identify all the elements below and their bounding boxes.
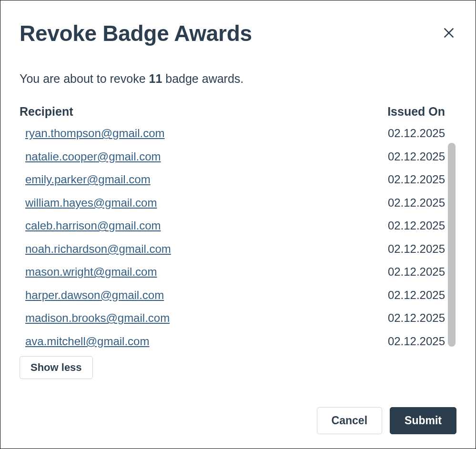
close-button[interactable] — [440, 24, 457, 43]
table-row: madison.brooks@gmail.com02.12.2025 — [20, 307, 445, 330]
table-row: mason.wright@gmail.com02.12.2025 — [20, 260, 445, 284]
recipient-email-link[interactable]: caleb.harrison@gmail.com — [25, 219, 161, 232]
revoke-badge-dialog: Revoke Badge Awards You are about to rev… — [0, 0, 476, 449]
recipient-email-link[interactable]: madison.brooks@gmail.com — [25, 311, 170, 325]
table-row: emily.parker@gmail.com02.12.2025 — [20, 168, 445, 191]
recipient-email-link[interactable]: natalie.cooper@gmail.com — [25, 150, 161, 163]
issued-date: 02.12.2025 — [388, 242, 445, 256]
recipient-list[interactable]: ryan.thompson@gmail.com02.12.2025natalie… — [20, 122, 456, 351]
issued-date: 02.12.2025 — [388, 289, 445, 302]
header-recipient: Recipient — [20, 105, 73, 119]
table-row: ava.mitchell@gmail.com02.12.2025 — [20, 330, 445, 352]
recipient-email-link[interactable]: ava.mitchell@gmail.com — [25, 335, 149, 348]
table-row: caleb.harrison@gmail.com02.12.2025 — [20, 214, 445, 238]
issued-date: 02.12.2025 — [388, 311, 445, 325]
issued-date: 02.12.2025 — [388, 196, 445, 210]
dialog-title: Revoke Badge Awards — [20, 20, 252, 46]
close-icon — [442, 26, 456, 40]
issued-date: 02.12.2025 — [388, 335, 445, 348]
dialog-body: You are about to revoke 11 badge awards.… — [0, 46, 476, 391]
issued-date: 02.12.2025 — [388, 127, 445, 140]
table-row: noah.richardson@gmail.com02.12.2025 — [20, 238, 445, 261]
table-row: harper.dawson@gmail.com02.12.2025 — [20, 284, 445, 307]
cancel-button[interactable]: Cancel — [317, 407, 382, 434]
table-row: william.hayes@gmail.com02.12.2025 — [20, 191, 445, 215]
recipient-list-wrapper: ryan.thompson@gmail.com02.12.2025natalie… — [20, 122, 456, 351]
show-less-container: Show less — [20, 356, 456, 379]
issued-date: 02.12.2025 — [388, 219, 445, 232]
header-issued-on: Issued On — [387, 105, 445, 119]
recipient-email-link[interactable]: emily.parker@gmail.com — [25, 173, 151, 186]
issued-date: 02.12.2025 — [388, 150, 445, 163]
issued-date: 02.12.2025 — [388, 173, 445, 186]
confirm-suffix: badge awards. — [162, 72, 243, 85]
dialog-header: Revoke Badge Awards — [0, 0, 476, 46]
confirm-count: 11 — [149, 72, 162, 85]
table-row: ryan.thompson@gmail.com02.12.2025 — [20, 122, 445, 145]
dialog-footer: Cancel Submit — [0, 407, 476, 449]
recipient-email-link[interactable]: william.hayes@gmail.com — [25, 196, 157, 210]
confirm-prefix: You are about to revoke — [20, 72, 149, 85]
issued-date: 02.12.2025 — [388, 265, 445, 279]
recipient-email-link[interactable]: harper.dawson@gmail.com — [25, 289, 164, 302]
table-header: Recipient Issued On — [20, 105, 456, 119]
show-less-button[interactable]: Show less — [20, 356, 93, 379]
table-row: natalie.cooper@gmail.com02.12.2025 — [20, 145, 445, 169]
recipient-email-link[interactable]: ryan.thompson@gmail.com — [25, 127, 164, 140]
submit-button[interactable]: Submit — [390, 407, 456, 434]
scrollbar-thumb[interactable] — [448, 143, 456, 347]
recipient-email-link[interactable]: noah.richardson@gmail.com — [25, 242, 171, 256]
confirm-text: You are about to revoke 11 badge awards. — [20, 72, 456, 86]
recipient-email-link[interactable]: mason.wright@gmail.com — [25, 265, 157, 279]
